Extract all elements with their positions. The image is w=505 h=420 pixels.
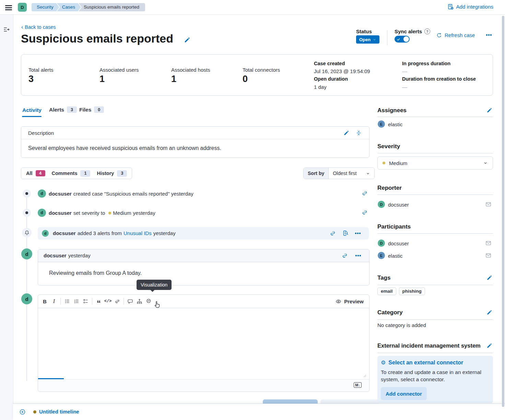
edit-category-pencil-icon[interactable] bbox=[486, 310, 492, 315]
filter-all[interactable]: All bbox=[26, 171, 33, 176]
mouse-hand-cursor bbox=[154, 301, 161, 309]
alert-actions-ellipsis-button[interactable] bbox=[355, 233, 361, 234]
avatar: d bbox=[42, 230, 49, 237]
copy-link-icon[interactable] bbox=[362, 190, 368, 196]
edit-external-system-pencil-icon[interactable] bbox=[486, 343, 492, 349]
history-count-badge: 3 bbox=[117, 170, 127, 177]
assignee-name: elastic bbox=[388, 121, 403, 127]
tab-files[interactable]: Files 0 bbox=[79, 106, 104, 113]
comments-count-badge: 1 bbox=[80, 170, 90, 177]
resize-handle-icon[interactable] bbox=[362, 373, 366, 377]
ordered-list-icon[interactable] bbox=[72, 295, 81, 308]
breadcrumb-cases[interactable]: Cases bbox=[57, 3, 81, 11]
divider bbox=[377, 117, 493, 117]
metric-label: Total alerts bbox=[28, 67, 54, 73]
menu-icon[interactable] bbox=[5, 4, 12, 11]
copy-link-icon[interactable] bbox=[362, 209, 368, 215]
add-timeline-plus-icon[interactable] bbox=[19, 409, 26, 415]
unusual-ids-link[interactable]: Unusual IDs bbox=[124, 230, 152, 236]
eye-icon bbox=[336, 299, 341, 304]
add-connector-button[interactable]: Add connector bbox=[381, 387, 427, 400]
category-title: Category bbox=[377, 309, 403, 316]
edit-assignees-pencil-icon[interactable] bbox=[486, 107, 492, 113]
participants-title: Participants bbox=[377, 223, 411, 230]
edit-title-pencil-icon[interactable] bbox=[184, 37, 190, 43]
comment-header: docsuser yesterday bbox=[38, 249, 369, 262]
link-icon[interactable] bbox=[113, 295, 122, 308]
case-actions-ellipsis-button[interactable] bbox=[486, 34, 492, 36]
breadcrumb-security[interactable]: Security bbox=[32, 3, 59, 11]
scrollbar-thumb[interactable] bbox=[502, 16, 504, 407]
tab-activity[interactable]: Activity bbox=[22, 107, 42, 113]
divider bbox=[377, 195, 493, 195]
comment-textarea[interactable] bbox=[38, 308, 369, 379]
timeline-connector-line bbox=[26, 194, 27, 381]
avatar: E bbox=[378, 120, 385, 128]
copy-link-icon[interactable] bbox=[330, 230, 336, 236]
help-icon[interactable]: ? bbox=[424, 28, 430, 34]
tab-alerts[interactable]: Alerts 3 bbox=[49, 106, 77, 113]
sync-alerts-toggle[interactable] bbox=[395, 36, 410, 43]
tag-badge[interactable]: phishing bbox=[399, 288, 425, 295]
filter-comments[interactable]: Comments bbox=[52, 171, 78, 176]
editor-toolbar: B I </> Preview bbox=[38, 295, 369, 308]
unordered-list-icon[interactable] bbox=[62, 295, 72, 308]
comment-panel: docsuser yesterday Reviewing emails from… bbox=[38, 249, 369, 285]
checklist-icon[interactable] bbox=[81, 295, 90, 308]
comment-actions-ellipsis-button[interactable] bbox=[355, 255, 361, 256]
top-navigation-bar: D Security Cases Suspicious emails repor… bbox=[0, 0, 505, 15]
italic-icon[interactable]: I bbox=[49, 295, 59, 308]
expand-nav-icon[interactable] bbox=[3, 26, 10, 33]
avatar: D bbox=[378, 240, 385, 247]
collapse-description-icon[interactable] bbox=[356, 130, 362, 136]
cases-lens-icon[interactable] bbox=[135, 295, 144, 308]
space-avatar[interactable]: D bbox=[18, 3, 27, 12]
avatar: E bbox=[378, 252, 385, 259]
copy-link-icon[interactable] bbox=[342, 253, 348, 259]
alerts-count-badge: 3 bbox=[67, 106, 77, 113]
filter-history[interactable]: History bbox=[97, 171, 114, 176]
collapsed-side-nav bbox=[0, 14, 13, 420]
edit-description-pencil-icon[interactable] bbox=[343, 130, 349, 136]
bell-icon bbox=[24, 230, 30, 236]
tags-title: Tags bbox=[377, 275, 390, 281]
description-header: Description bbox=[21, 127, 369, 139]
email-icon[interactable] bbox=[485, 252, 492, 259]
sort-order-select[interactable]: Oldest first bbox=[329, 168, 374, 179]
severity-select[interactable]: Medium bbox=[377, 156, 493, 170]
metric-label: Associated hosts bbox=[171, 67, 210, 73]
email-icon[interactable] bbox=[485, 201, 492, 208]
integration-icon bbox=[447, 3, 454, 10]
activity-event-added-alerts: docsuser added 3 alerts from Unusual IDs… bbox=[53, 230, 176, 236]
refresh-icon bbox=[436, 33, 442, 38]
status-label: Status bbox=[356, 28, 372, 34]
add-integrations-link[interactable]: Add integrations bbox=[447, 3, 493, 10]
edit-tags-pencil-icon[interactable] bbox=[486, 275, 492, 281]
preview-toggle[interactable]: Preview bbox=[336, 299, 367, 304]
status-open-button[interactable]: Open bbox=[356, 35, 379, 44]
close-duration-value: — bbox=[402, 84, 407, 90]
refresh-case-button[interactable]: Refresh case bbox=[436, 32, 475, 38]
email-icon[interactable] bbox=[485, 240, 492, 246]
visualization-tooltip: Visualization bbox=[137, 280, 172, 290]
breadcrumb-current-case: Suspicious emails reported bbox=[79, 3, 145, 11]
chevron-down-icon bbox=[483, 161, 488, 165]
timeline-comment-icon[interactable] bbox=[126, 295, 135, 308]
check-icon bbox=[397, 37, 400, 41]
assignees-title: Assignees bbox=[377, 107, 407, 114]
gear-icon: ⚙ bbox=[381, 359, 386, 366]
investigate-in-timeline-icon[interactable] bbox=[342, 230, 349, 236]
visualization-icon[interactable] bbox=[144, 295, 153, 308]
tag-badge[interactable]: email bbox=[377, 288, 396, 295]
markdown-icon[interactable]: M↓ bbox=[354, 382, 362, 388]
activity-filter-group: All 4 Comments 1 History 3 bbox=[21, 167, 132, 179]
code-icon[interactable]: </> bbox=[103, 295, 113, 308]
divider bbox=[377, 319, 493, 320]
quote-icon[interactable] bbox=[94, 295, 103, 308]
timeline-bottom-bar: Untitled timeline bbox=[13, 404, 505, 420]
bold-icon[interactable]: B bbox=[40, 295, 49, 308]
select-connector-link[interactable]: ⚙ Select an external connector bbox=[381, 359, 490, 366]
alert-event-icon-circle bbox=[22, 228, 32, 237]
back-to-cases-link[interactable]: ‹ Back to cases bbox=[21, 24, 56, 30]
untitled-timeline-link[interactable]: Untitled timeline bbox=[39, 409, 79, 415]
